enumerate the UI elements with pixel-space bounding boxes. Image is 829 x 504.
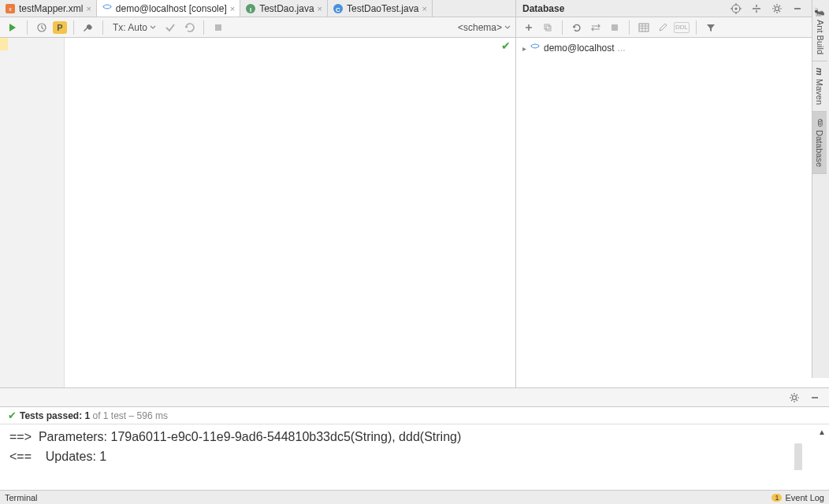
separator [629,20,630,35]
close-icon[interactable]: × [422,4,426,13]
svg-rect-12 [546,26,551,31]
chevron-down-icon [150,25,156,30]
tests-status-text: Tests passed: 1 of 1 test – 596 ms [20,410,168,421]
console-line: <== Updates: 1 [9,450,106,463]
filter-icon[interactable] [703,20,719,35]
svg-point-15 [793,395,797,399]
svg-text:I: I [250,6,251,13]
commit-icon[interactable] [162,20,178,35]
tab-label: testMapper.xml [19,3,83,14]
tx-label: Tx: Auto [113,22,147,33]
split-icon[interactable] [749,1,764,17]
stop-db-icon[interactable] [607,20,623,35]
db-node-label: demo@localhost [544,43,615,54]
chevron-down-icon [504,25,511,30]
console-toolbar: P Tx: Auto <schema> [0,17,515,38]
editor-tabs: x testMapper.xml × demo@localhost [conso… [0,0,515,17]
run-panel: ✔ Tests passed: 1 of 1 test – 596 ms ▲==… [0,387,829,490]
database-title: Database [522,3,723,14]
check-icon: ✔ [8,410,17,421]
close-icon[interactable]: × [318,4,322,13]
duplicate-icon[interactable] [540,20,556,35]
event-log-label: Event Log [785,493,824,502]
minimize-icon[interactable] [807,390,823,406]
schema-select[interactable]: <schema> [458,22,511,33]
history-icon[interactable] [34,20,50,35]
maven-icon: m [815,68,824,76]
separator [27,20,28,35]
db-console-icon [102,3,113,14]
tab-testmapper[interactable]: x testMapper.xml × [0,0,97,17]
ant-icon: 🐜 [815,6,825,17]
separator [696,20,697,35]
tab-label: demo@localhost [console] [116,3,227,14]
add-icon[interactable] [521,20,537,35]
refresh-icon[interactable] [569,20,585,35]
tab-console[interactable]: demo@localhost [console] × [97,0,240,17]
separator [203,20,204,35]
side-tab-maven[interactable]: mMaven [812,61,827,112]
inspection-ok-icon: ✔ [501,39,511,52]
svg-rect-11 [545,24,549,29]
svg-rect-14 [639,24,649,32]
terminal-tab[interactable]: Terminal [5,493,38,502]
run-panel-header [0,388,829,407]
scrollbar[interactable] [794,443,802,470]
edit-icon[interactable] [655,20,671,35]
class-icon: C [333,3,344,14]
database-panel-header: Database [516,0,812,17]
right-side-tabs: 🐜Ant Build mMaven 🛢Database [812,0,829,378]
svg-text:x: x [9,6,12,12]
run-icon[interactable] [5,20,20,35]
status-bar: Terminal 1 Event Log [0,490,829,504]
db-node-suffix: ... [618,43,626,54]
minimize-icon[interactable] [790,1,805,17]
svg-rect-13 [612,24,618,31]
event-log-button[interactable]: 1 Event Log [771,493,824,502]
tests-status-bar: ✔ Tests passed: 1 of 1 test – 596 ms [0,407,829,424]
separator [562,20,563,35]
db-icon [530,43,541,53]
ddl-icon[interactable]: DDL [674,22,690,33]
database-icon: 🛢 [815,118,824,127]
db-node-root[interactable]: ▸ demo@localhost ... [522,43,805,54]
sync-icon[interactable] [588,20,604,35]
interface-icon: I [245,3,256,14]
separator [73,20,74,35]
svg-rect-7 [215,24,221,31]
tab-testdao[interactable]: I TestDao.java × [240,0,328,17]
tab-label: TestDao.java [259,3,314,14]
console-line: ==> Parameters: 179a6011-e9c0-11e9-9ad6-… [9,430,461,443]
rollback-icon[interactable] [181,20,197,35]
schema-label: <schema> [458,22,502,33]
svg-point-10 [775,6,779,10]
console-output[interactable]: ▲==> Parameters: 179a6011-e9c0-11e9-9ad6… [0,424,829,470]
scroll-up-icon[interactable]: ▲ [818,426,826,438]
close-icon[interactable]: × [230,4,235,13]
svg-point-9 [735,7,738,9]
side-tab-database[interactable]: 🛢Database [812,112,827,174]
svg-text:C: C [336,6,340,13]
event-badge: 1 [771,494,782,502]
gutter-highlight [0,38,8,50]
tab-label: TestDaoTest.java [347,3,418,14]
gear-icon[interactable] [786,390,802,406]
table-icon[interactable] [636,20,652,35]
stop-icon[interactable] [210,20,226,35]
tx-mode-select[interactable]: Tx: Auto [110,22,159,33]
tab-testdaotest[interactable]: C TestDaoTest.java × [328,0,433,17]
wrench-icon[interactable] [80,20,96,35]
database-toolbar: DDL [516,17,812,38]
side-tab-ant[interactable]: 🐜Ant Build [812,0,827,61]
gear-icon[interactable] [769,1,785,17]
close-icon[interactable]: × [86,4,91,13]
target-icon[interactable] [728,1,744,17]
explain-icon[interactable]: P [53,21,67,34]
expand-arrow-icon: ▸ [522,44,526,53]
separator [102,20,103,35]
xml-icon: x [5,3,16,14]
